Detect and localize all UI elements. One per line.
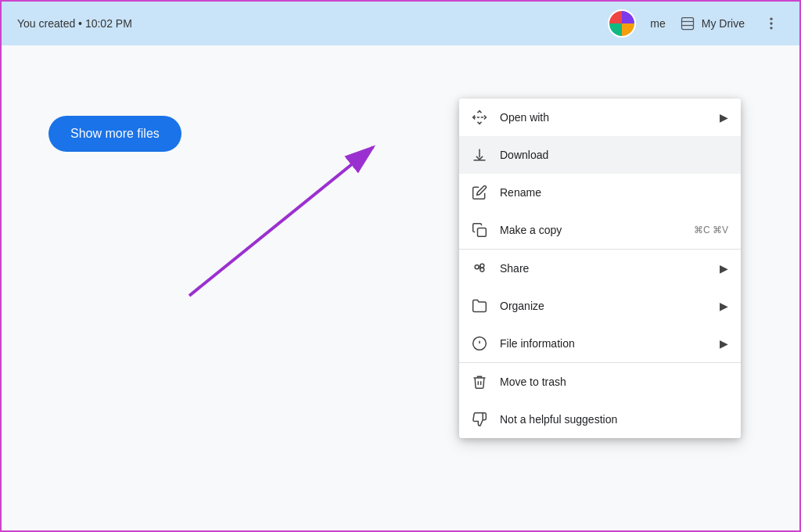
main-content: Show more files [2, 45, 799, 532]
top-bar: You created • 10:02 PM me My Drive [2, 2, 799, 45]
context-menu: Open with ▶ Download [459, 99, 741, 438]
menu-item-make-copy[interactable]: Make a copy ⌘C ⌘V [459, 211, 741, 249]
svg-line-10 [479, 268, 480, 269]
trash-label: Move to trash [500, 376, 728, 388]
share-label: Share [500, 262, 707, 275]
open-with-label: Open with [500, 111, 707, 124]
file-info-label: File information [500, 337, 707, 350]
svg-rect-0 [681, 18, 693, 30]
menu-item-open-with[interactable]: Open with ▶ [459, 99, 741, 136]
user-name: me [650, 17, 665, 30]
not-helpful-icon [472, 412, 487, 427]
menu-item-trash[interactable]: Move to trash [459, 363, 741, 401]
menu-item-rename[interactable]: Rename [459, 174, 741, 211]
svg-line-7 [189, 147, 373, 296]
file-info-icon [472, 336, 487, 351]
download-label: Download [500, 149, 728, 161]
menu-item-not-helpful[interactable]: Not a helpful suggestion [459, 401, 741, 438]
svg-point-5 [770, 27, 772, 29]
my-drive-label: My Drive [702, 17, 745, 30]
created-text: You created • 10:02 PM [17, 17, 132, 30]
organize-arrow: ▶ [720, 300, 728, 312]
rename-label: Rename [500, 186, 728, 199]
arrow-annotation [174, 124, 408, 304]
trash-icon [472, 374, 487, 390]
open-with-arrow: ▶ [720, 111, 728, 124]
menu-item-file-info[interactable]: File information ▶ [459, 325, 741, 362]
more-vert-icon [763, 16, 779, 31]
make-copy-shortcut: ⌘C ⌘V [694, 225, 728, 235]
more-options-button[interactable] [759, 11, 784, 36]
svg-point-3 [770, 18, 772, 20]
top-bar-right: me My Drive [608, 9, 784, 38]
make-copy-label: Make a copy [500, 224, 681, 236]
menu-section-2: Share ▶ Organize ▶ [459, 250, 741, 363]
download-icon [472, 147, 487, 163]
rename-icon [472, 185, 487, 200]
file-info-arrow: ▶ [720, 337, 728, 350]
not-helpful-label: Not a helpful suggestion [500, 413, 728, 426]
svg-rect-9 [478, 228, 487, 237]
open-with-icon [472, 110, 487, 125]
menu-item-download[interactable]: Download [459, 136, 741, 174]
share-arrow: ▶ [720, 262, 728, 275]
menu-item-organize[interactable]: Organize ▶ [459, 287, 741, 325]
share-icon [472, 261, 487, 276]
organize-label: Organize [500, 300, 707, 312]
my-drive-button[interactable]: My Drive [680, 16, 745, 31]
svg-point-4 [770, 22, 772, 24]
user-avatar[interactable] [608, 9, 636, 38]
make-copy-icon [472, 222, 487, 238]
organize-icon [472, 298, 487, 314]
menu-section-1: Open with ▶ Download [459, 99, 741, 250]
show-more-files-button[interactable]: Show more files [48, 116, 181, 152]
menu-section-3: Move to trash Not a helpful suggestion [459, 363, 741, 438]
drive-icon [680, 16, 695, 31]
top-bar-left: You created • 10:02 PM [17, 17, 608, 30]
menu-item-share[interactable]: Share ▶ [459, 250, 741, 287]
